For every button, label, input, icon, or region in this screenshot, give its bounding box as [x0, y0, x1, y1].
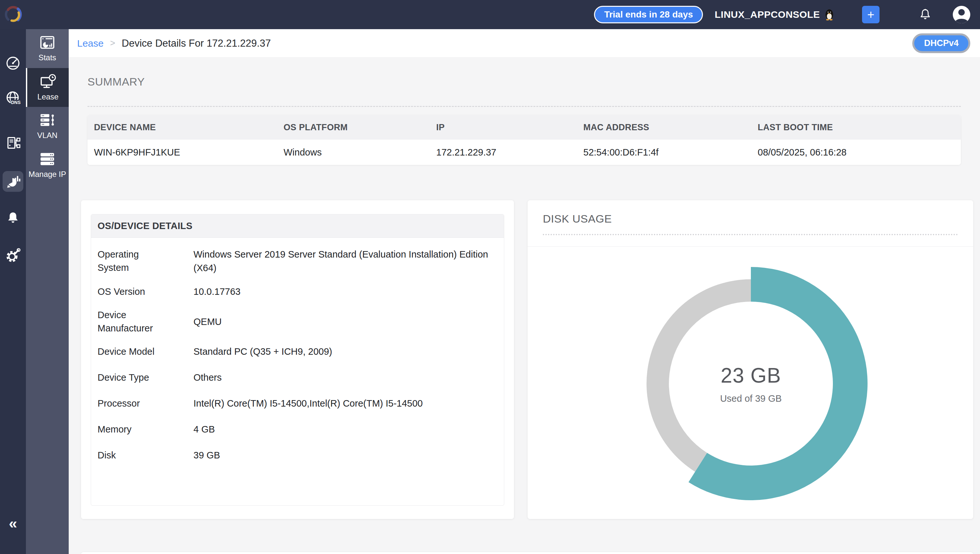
detail-row-memory: Memory 4 GB [97, 416, 497, 442]
page-title: Device Details For 172.21.229.37 [122, 38, 271, 49]
avatar-body [955, 19, 968, 23]
avatar-head [958, 9, 965, 16]
sidebar-item-manage-ip[interactable]: Manage IP [26, 146, 69, 185]
disk-usage-divider [543, 234, 958, 235]
cell-os-platform: Windows [284, 147, 436, 158]
svg-text:DNS: DNS [11, 100, 21, 105]
sidebar-item-analytics-active[interactable] [3, 171, 23, 192]
disk-used-caption: Used of 39 GB [720, 393, 782, 404]
sidebar-item-label: Manage IP [29, 170, 66, 179]
disk-used-value: 23 GB [721, 363, 781, 387]
col-last-boot-time: LAST BOOT TIME [758, 123, 961, 132]
stats-icon [39, 35, 56, 50]
sidebar-item-ipam[interactable] [0, 132, 26, 155]
sidebar-item-vlan[interactable]: VLAN [26, 107, 69, 146]
disk-usage-title: DISK USAGE [543, 213, 612, 225]
breadcrumb-separator: > [110, 38, 115, 48]
user-avatar[interactable] [953, 6, 970, 23]
penguin-icon [824, 9, 834, 21]
disk-usage-panel: DISK USAGE 23 GB Used of 39 GB [527, 200, 973, 519]
sidebar-item-label: Lease [37, 92, 58, 102]
analytics-pie-icon [5, 173, 21, 190]
ipam-document-network-icon [4, 134, 22, 152]
detail-row-operating-system: Operating System Windows Server 2019 Ser… [97, 244, 497, 279]
top-bar: Trial ends in 28 days LINUX_APPCONSOLE + [0, 0, 980, 29]
dhcpv4-badge[interactable]: DHCPv4 [912, 33, 970, 53]
sidebar-item-label: VLAN [37, 131, 58, 140]
summary-section-title: SUMMARY [88, 75, 145, 88]
dashboard-icon [4, 55, 22, 72]
detail-row-disk: Disk 39 GB [97, 442, 497, 468]
col-device-name: DEVICE NAME [94, 123, 284, 132]
breadcrumb: Lease > Device Details For 172.21.229.37… [69, 29, 980, 58]
primary-sidebar: DNS [0, 0, 26, 554]
secondary-sidebar: Stats Lease VLAN [26, 29, 69, 554]
sidebar-item-dns[interactable]: DNS [0, 87, 26, 110]
detail-row-processor: Processor Intel(R) Core(TM) I5-14500,Int… [97, 390, 497, 416]
donut-center-labels: 23 GB Used of 39 GB [628, 261, 874, 507]
cell-device-name: WIN-6KP9HFJ1KUE [94, 147, 284, 158]
sidebar-item-alerts[interactable] [0, 206, 26, 229]
breadcrumb-lease-link[interactable]: Lease [77, 38, 104, 49]
trial-badge[interactable]: Trial ends in 28 days [594, 6, 703, 23]
summary-divider [88, 106, 961, 107]
notifications-button[interactable] [918, 7, 932, 22]
detail-row-os-version: OS Version 10.0.17763 [97, 279, 497, 304]
vlan-icon [39, 113, 56, 127]
cell-ip: 172.21.229.37 [436, 147, 583, 158]
account-name: LINUX_APPCONSOLE [715, 9, 820, 20]
lease-icon [40, 73, 56, 89]
cell-mac-address: 52:54:00:D6:F1:4f [583, 147, 758, 158]
alerts-bell-icon [5, 210, 21, 226]
app-logo[interactable] [0, 5, 26, 25]
col-ip: IP [436, 123, 583, 132]
os-device-details-panel: OS/DEVICE DETAILS Operating System Windo… [81, 200, 514, 519]
settings-gear-wrench-icon [4, 247, 22, 265]
cell-last-boot-time: 08/05/2025, 06:16:28 [758, 147, 961, 158]
sidebar-collapse-button[interactable]: « [0, 516, 26, 531]
sidebar-item-lease[interactable]: Lease [26, 68, 69, 107]
detail-row-device-type: Device Type Others [97, 365, 497, 390]
bell-icon [918, 7, 932, 22]
dns-globe-icon: DNS [4, 89, 22, 108]
sidebar-item-stats[interactable]: Stats [26, 29, 69, 68]
summary-table-header: DEVICE NAME OS PLATFORM IP MAC ADDRESS L… [88, 115, 961, 140]
table-row: WIN-6KP9HFJ1KUE Windows 172.21.229.37 52… [88, 140, 961, 165]
manage-ip-icon [39, 151, 56, 167]
detail-row-device-manufacturer: Device Manufacturer QEMU [97, 304, 497, 339]
next-panel-peek [81, 552, 973, 554]
col-os-platform: OS PLATFORM [284, 123, 436, 132]
os-device-details-card: OS/DEVICE DETAILS Operating System Windo… [91, 214, 504, 506]
sidebar-item-dashboard[interactable] [0, 52, 26, 75]
disk-chart-divider [527, 246, 973, 247]
detail-row-device-model: Device Model Standard PC (Q35 + ICH9, 20… [97, 339, 497, 365]
summary-table: DEVICE NAME OS PLATFORM IP MAC ADDRESS L… [88, 115, 961, 165]
add-button[interactable]: + [862, 6, 880, 23]
os-device-details-title: OS/DEVICE DETAILS [91, 215, 504, 238]
account-menu[interactable]: LINUX_APPCONSOLE [715, 9, 834, 21]
scroll-area[interactable]: SUMMARY DEVICE NAME OS PLATFORM IP MAC A… [69, 58, 980, 554]
sidebar-item-settings[interactable] [0, 244, 26, 267]
col-mac-address: MAC ADDRESS [583, 123, 758, 132]
os-device-details-rows: Operating System Windows Server 2019 Ser… [91, 238, 504, 468]
sidebar-item-label: Stats [38, 53, 56, 62]
main-content: Lease > Device Details For 172.21.229.37… [69, 29, 980, 554]
logo-swirl-icon [3, 5, 22, 25]
